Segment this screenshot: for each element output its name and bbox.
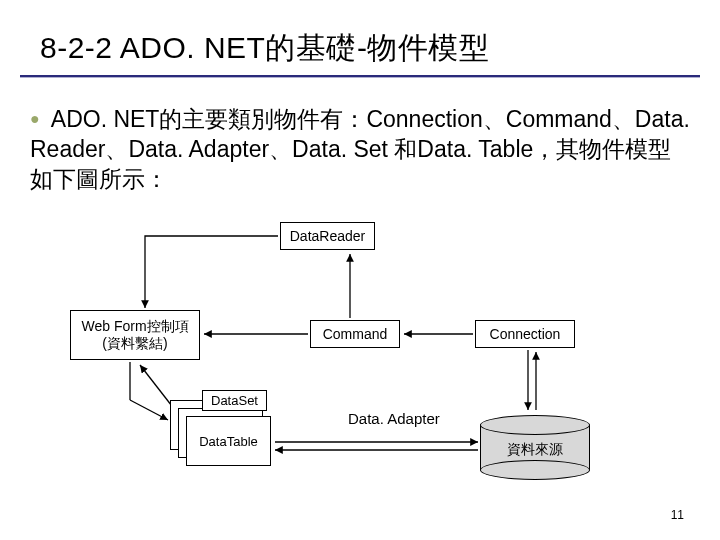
cylinder-datasource: 資料來源 bbox=[480, 415, 590, 470]
cylinder-top bbox=[480, 415, 590, 435]
object-model-diagram: DataReader Web Form控制項 (資料繫結) Command Co… bbox=[50, 210, 670, 490]
webform-line2: (資料繫結) bbox=[102, 335, 167, 352]
title-underline-light bbox=[20, 77, 700, 78]
bullet-content: ADO. NET的主要類別物件有：Connection、Command、Data… bbox=[30, 106, 690, 192]
label-dataadapter: Data. Adapter bbox=[348, 410, 440, 427]
svg-line-5 bbox=[130, 400, 168, 420]
slide-title: 8-2-2 ADO. NET的基礎-物件模型 bbox=[40, 28, 489, 69]
box-datareader: DataReader bbox=[280, 222, 375, 250]
box-dataset: DataSet bbox=[202, 390, 267, 411]
cylinder-bottom bbox=[480, 460, 590, 480]
box-datatable: DataTable bbox=[186, 416, 271, 466]
datasource-label: 資料來源 bbox=[480, 441, 590, 459]
box-datatable-stack: DataTable bbox=[170, 400, 270, 475]
box-webform: Web Form控制項 (資料繫結) bbox=[70, 310, 200, 360]
box-connection: Connection bbox=[475, 320, 575, 348]
bullet-text: ADO. NET的主要類別物件有：Connection、Command、Data… bbox=[30, 105, 690, 195]
page-number: 11 bbox=[671, 508, 684, 522]
box-command: Command bbox=[310, 320, 400, 348]
webform-line1: Web Form控制項 bbox=[81, 318, 188, 335]
